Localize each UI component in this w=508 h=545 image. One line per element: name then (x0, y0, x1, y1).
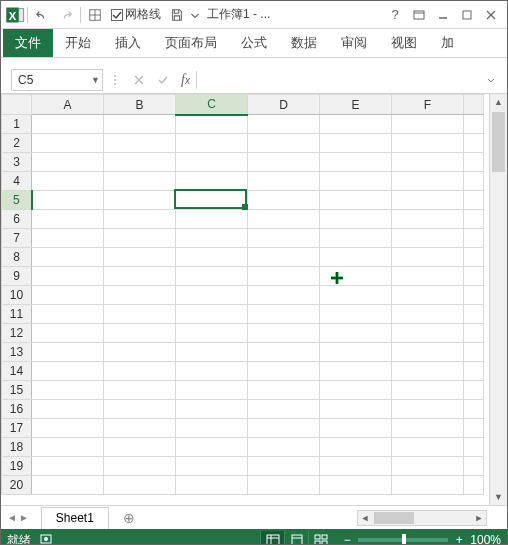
cell-F12[interactable] (392, 324, 464, 343)
scroll-thumb[interactable] (374, 512, 414, 524)
cell-B17[interactable] (104, 419, 176, 438)
cell-A14[interactable] (32, 362, 104, 381)
cell-B2[interactable] (104, 134, 176, 153)
row-header-3[interactable]: 3 (2, 153, 32, 172)
cell-F17[interactable] (392, 419, 464, 438)
cell-C12[interactable] (176, 324, 248, 343)
cell-A18[interactable] (32, 438, 104, 457)
cell-E15[interactable] (320, 381, 392, 400)
cell-D20[interactable] (248, 476, 320, 495)
cell-D16[interactable] (248, 400, 320, 419)
cell-F1[interactable] (392, 115, 464, 134)
zoom-out[interactable]: − (340, 533, 354, 545)
cell-D3[interactable] (248, 153, 320, 172)
row-header-4[interactable]: 4 (2, 172, 32, 191)
cell-B20[interactable] (104, 476, 176, 495)
cell-A2[interactable] (32, 134, 104, 153)
cell-F5[interactable] (392, 191, 464, 210)
cell-E11[interactable] (320, 305, 392, 324)
row-header-7[interactable]: 7 (2, 229, 32, 248)
cell-C4[interactable] (176, 172, 248, 191)
cell-B16[interactable] (104, 400, 176, 419)
cell-D2[interactable] (248, 134, 320, 153)
cell-D19[interactable] (248, 457, 320, 476)
scroll-right[interactable]: ► (472, 513, 486, 523)
row-header-10[interactable]: 10 (2, 286, 32, 305)
cell-A3[interactable] (32, 153, 104, 172)
cell-B5[interactable] (104, 191, 176, 210)
cell-F8[interactable] (392, 248, 464, 267)
row-header-19[interactable]: 19 (2, 457, 32, 476)
ribbon-tab-4[interactable]: 公式 (229, 29, 279, 57)
cell-D9[interactable] (248, 267, 320, 286)
ribbon-tab-7[interactable]: 视图 (379, 29, 429, 57)
sheet-tab-active[interactable]: Sheet1 (41, 507, 109, 529)
enter-formula-button[interactable] (151, 69, 175, 91)
cell-F13[interactable] (392, 343, 464, 362)
row-header-2[interactable]: 2 (2, 134, 32, 153)
row-header-14[interactable]: 14 (2, 362, 32, 381)
cell-B6[interactable] (104, 210, 176, 229)
scroll-down[interactable]: ▼ (490, 489, 507, 505)
row-header-1[interactable]: 1 (2, 115, 32, 134)
cell-F19[interactable] (392, 457, 464, 476)
cell-D10[interactable] (248, 286, 320, 305)
gridlines-checkbox[interactable]: 网格线 (107, 6, 165, 23)
cell-B15[interactable] (104, 381, 176, 400)
cell-E16[interactable] (320, 400, 392, 419)
cell-E14[interactable] (320, 362, 392, 381)
row-header-13[interactable]: 13 (2, 343, 32, 362)
cell-A6[interactable] (32, 210, 104, 229)
cell-C1[interactable] (176, 115, 248, 134)
cell-F9[interactable] (392, 267, 464, 286)
ribbon-tab-3[interactable]: 页面布局 (153, 29, 229, 57)
cell-C13[interactable] (176, 343, 248, 362)
ribbon-tab-6[interactable]: 审阅 (329, 29, 379, 57)
cell-E6[interactable] (320, 210, 392, 229)
cell-A16[interactable] (32, 400, 104, 419)
cell-C17[interactable] (176, 419, 248, 438)
cell-D18[interactable] (248, 438, 320, 457)
cell-A7[interactable] (32, 229, 104, 248)
cell-C5[interactable] (176, 191, 248, 210)
cell-B18[interactable] (104, 438, 176, 457)
col-header-C[interactable]: C (176, 95, 248, 115)
cancel-formula-button[interactable] (127, 69, 151, 91)
cell-A11[interactable] (32, 305, 104, 324)
cell-D14[interactable] (248, 362, 320, 381)
cell-B9[interactable] (104, 267, 176, 286)
cell-E18[interactable] (320, 438, 392, 457)
cell-A20[interactable] (32, 476, 104, 495)
cell-E1[interactable] (320, 115, 392, 134)
scroll-up[interactable]: ▲ (490, 94, 507, 110)
cell-E10[interactable] (320, 286, 392, 305)
cell-D6[interactable] (248, 210, 320, 229)
cell-D4[interactable] (248, 172, 320, 191)
cell-B4[interactable] (104, 172, 176, 191)
ribbon-tab-2[interactable]: 插入 (103, 29, 153, 57)
row-header-5[interactable]: 5 (2, 191, 32, 210)
cell-E12[interactable] (320, 324, 392, 343)
vertical-scrollbar[interactable]: ▲ ▼ (489, 94, 507, 505)
cell-B13[interactable] (104, 343, 176, 362)
cell-E3[interactable] (320, 153, 392, 172)
ribbon-tab-5[interactable]: 数据 (279, 29, 329, 57)
row-header-8[interactable]: 8 (2, 248, 32, 267)
col-header-F[interactable]: F (392, 95, 464, 115)
expand-formula-bar[interactable] (479, 69, 503, 91)
row-header-9[interactable]: 9 (2, 267, 32, 286)
cell-D12[interactable] (248, 324, 320, 343)
ribbon-tab-8[interactable]: 加 (429, 29, 466, 57)
ribbon-display-options[interactable] (407, 3, 431, 27)
cell-D15[interactable] (248, 381, 320, 400)
help-button[interactable]: ? (383, 3, 407, 27)
ribbon-tab-0[interactable]: 文件 (3, 29, 53, 57)
cell-B14[interactable] (104, 362, 176, 381)
cell-E13[interactable] (320, 343, 392, 362)
redo-button[interactable] (54, 3, 78, 27)
save-button[interactable] (165, 3, 189, 27)
cell-A17[interactable] (32, 419, 104, 438)
cell-C7[interactable] (176, 229, 248, 248)
cell-F4[interactable] (392, 172, 464, 191)
cell-B10[interactable] (104, 286, 176, 305)
